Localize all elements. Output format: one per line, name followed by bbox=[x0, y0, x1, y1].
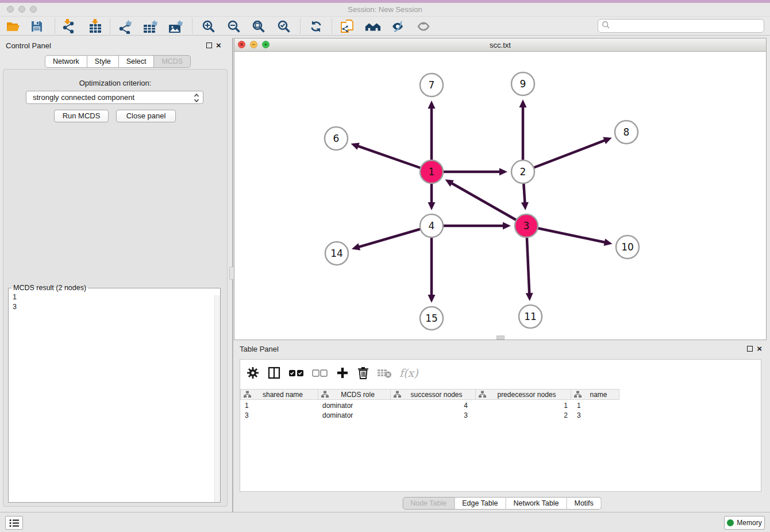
network-window-title: scc.txt bbox=[234, 41, 766, 49]
tab-network[interactable]: Network bbox=[45, 55, 87, 68]
toolbar-separator bbox=[192, 18, 192, 34]
float-table-panel-icon[interactable] bbox=[747, 346, 753, 352]
deselect-all-icon[interactable] bbox=[312, 369, 328, 377]
cell-successor-nodes[interactable]: 4 bbox=[391, 401, 476, 411]
criterion-dropdown[interactable]: strongly connected component bbox=[26, 91, 203, 104]
add-row-icon[interactable] bbox=[336, 366, 349, 380]
edge-arrow-1-4 bbox=[428, 202, 436, 210]
search-input[interactable] bbox=[610, 22, 764, 30]
show-all-networks-icon[interactable] bbox=[365, 18, 381, 34]
close-panel-icon[interactable]: × bbox=[216, 43, 221, 48]
cell-name[interactable]: 1 bbox=[571, 401, 619, 411]
edge-arrow-4-3 bbox=[503, 222, 511, 230]
edge-3-1[interactable] bbox=[451, 183, 526, 226]
edge-arrow-4-14 bbox=[352, 243, 360, 250]
hide-graphics-details-icon[interactable] bbox=[390, 18, 406, 34]
table-tab-motifs[interactable]: Motifs bbox=[567, 497, 601, 510]
delete-table-icon bbox=[377, 367, 392, 379]
graph-node-label-2: 2 bbox=[520, 166, 526, 178]
task-list-icon bbox=[9, 519, 20, 527]
criterion-value: strongly connected component bbox=[33, 93, 134, 102]
network-canvas[interactable]: 7968124314101511 bbox=[234, 52, 766, 340]
zoom-fit-icon[interactable] bbox=[251, 18, 267, 34]
export-image-icon[interactable] bbox=[168, 18, 184, 34]
edge-arrow-1-7 bbox=[428, 101, 436, 109]
clone-network-icon[interactable] bbox=[340, 18, 356, 34]
import-network-icon[interactable] bbox=[60, 18, 76, 34]
cell-shared-name[interactable]: 3 bbox=[240, 411, 318, 421]
tab-select[interactable]: Select bbox=[119, 55, 155, 68]
edge-2-8[interactable] bbox=[523, 140, 606, 172]
refresh-layout-icon[interactable] bbox=[308, 18, 324, 34]
mcds-result-list[interactable]: 13 bbox=[9, 292, 220, 311]
run-mcds-button[interactable]: Run MCDS bbox=[54, 110, 109, 122]
column-header-successor-nodes[interactable]: successor nodes bbox=[391, 389, 476, 400]
table-tab-network-table[interactable]: Network Table bbox=[506, 497, 567, 510]
graph-node-label-11: 11 bbox=[524, 311, 537, 322]
cell-predecessor-nodes[interactable]: 2 bbox=[476, 411, 571, 421]
node-table-body: f(x) shared nameMCDS rolesuccessor nodes… bbox=[240, 359, 761, 492]
export-table-icon[interactable] bbox=[143, 18, 159, 34]
close-table-panel-icon[interactable]: × bbox=[757, 346, 762, 352]
graph-node-label-3: 3 bbox=[523, 220, 530, 232]
zoom-in-icon[interactable] bbox=[201, 18, 217, 34]
zoom-out-icon[interactable] bbox=[226, 18, 242, 34]
edge-arrow-3-10 bbox=[604, 238, 613, 246]
cell-MCDS-role[interactable]: dominator bbox=[318, 401, 391, 411]
tab-mcds[interactable]: MCDS bbox=[154, 55, 191, 68]
graph-node-label-4: 4 bbox=[429, 220, 435, 232]
graph-node-label-14: 14 bbox=[330, 248, 343, 259]
dropdown-stepper-icon bbox=[194, 93, 199, 106]
delete-row-icon[interactable] bbox=[357, 366, 369, 380]
table-row-3[interactable]: 3dominator323 bbox=[240, 411, 619, 421]
show-columns-icon[interactable] bbox=[267, 366, 281, 380]
import-table-icon[interactable] bbox=[87, 18, 103, 34]
cell-successor-nodes[interactable]: 3 bbox=[391, 411, 476, 421]
edge-arrow-4-15 bbox=[428, 295, 436, 303]
cell-predecessor-nodes[interactable]: 1 bbox=[476, 401, 571, 411]
cell-shared-name[interactable]: 1 bbox=[240, 401, 318, 411]
toolbar-separator bbox=[300, 18, 301, 34]
column-header-MCDS-role[interactable]: MCDS role bbox=[318, 389, 391, 400]
open-session-icon[interactable] bbox=[5, 18, 21, 34]
cell-MCDS-role[interactable]: dominator bbox=[318, 411, 391, 421]
cell-name[interactable]: 3 bbox=[571, 411, 619, 421]
export-network-icon[interactable] bbox=[118, 18, 134, 34]
table-row-1[interactable]: 1dominator411 bbox=[240, 401, 619, 411]
search-box[interactable] bbox=[598, 19, 764, 33]
select-all-icon[interactable] bbox=[288, 369, 305, 377]
column-header-shared-name[interactable]: shared name bbox=[240, 389, 318, 400]
control-panel-tabs: NetworkStyleSelectMCDS bbox=[45, 55, 191, 68]
result-scrollbar[interactable] bbox=[214, 295, 220, 502]
float-panel-icon[interactable] bbox=[206, 43, 212, 48]
search-icon bbox=[602, 21, 610, 32]
table-tab-node-table[interactable]: Node Table bbox=[402, 497, 455, 510]
zoom-selected-icon[interactable] bbox=[276, 18, 292, 34]
table-tab-edge-table[interactable]: Edge Table bbox=[455, 497, 506, 510]
birds-eye-view-icon[interactable] bbox=[416, 18, 432, 34]
table-header-row: shared nameMCDS rolesuccessor nodesprede… bbox=[240, 389, 619, 400]
column-header-predecessor-nodes[interactable]: predecessor nodes bbox=[476, 389, 571, 400]
column-header-name[interactable]: name bbox=[571, 389, 619, 400]
settings-icon[interactable] bbox=[246, 366, 260, 380]
mcds-result-item[interactable]: 3 bbox=[13, 302, 220, 312]
edge-arrow-1-6 bbox=[351, 142, 359, 149]
tab-style[interactable]: Style bbox=[87, 55, 119, 68]
close-panel-button[interactable]: Close panel bbox=[116, 110, 176, 122]
network-resize-handle[interactable] bbox=[496, 336, 505, 340]
table-toolbar: f(x) bbox=[246, 360, 418, 385]
mcds-result-box: MCDS result (2 nodes) 13 bbox=[8, 284, 221, 503]
memory-button[interactable]: Memory bbox=[724, 516, 765, 530]
graph-node-label-10: 10 bbox=[621, 241, 634, 253]
save-session-icon[interactable] bbox=[29, 18, 45, 34]
status-bar: Memory bbox=[0, 512, 770, 532]
edge-arrow-2-3 bbox=[521, 202, 529, 210]
network-view-window: × − + scc.txt 7968124314101511 bbox=[234, 38, 767, 340]
main-toolbar bbox=[0, 16, 770, 36]
control-panel-title: Control Panel bbox=[6, 41, 51, 50]
task-history-button[interactable] bbox=[5, 516, 23, 530]
graph-node-label-15: 15 bbox=[425, 313, 438, 324]
edge-arrow-3-11 bbox=[526, 293, 533, 301]
mcds-result-item[interactable]: 1 bbox=[13, 292, 220, 302]
mcds-result-title: MCDS result (2 nodes) bbox=[11, 284, 88, 292]
